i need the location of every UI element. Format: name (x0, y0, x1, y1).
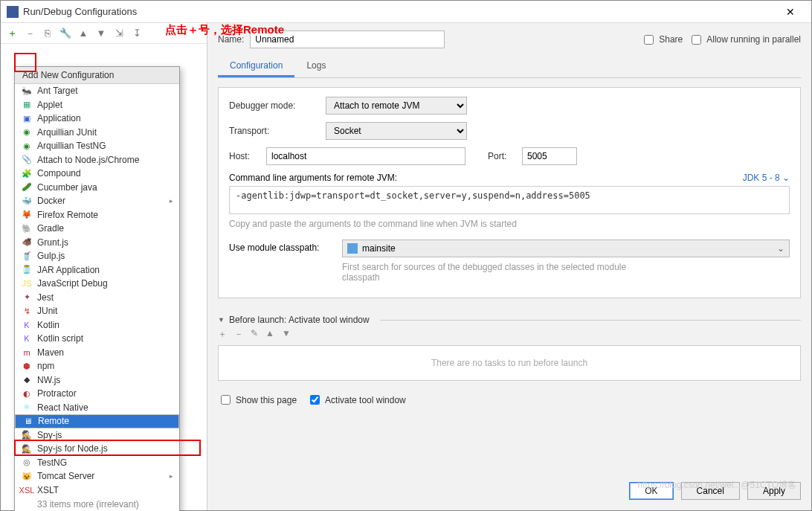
add-configuration-dropdown: Add New Configuration 🐜Ant Target▦Applet… (14, 66, 180, 511)
config-label: Gulp.js (37, 251, 65, 261)
config-type-kotlin-script[interactable]: KKotlin script (15, 332, 179, 346)
config-icon: 🐗 (21, 237, 33, 248)
up-icon[interactable]: ▲ (78, 28, 88, 39)
config-label: Application (37, 113, 81, 123)
tab-logs[interactable]: Logs (294, 56, 338, 77)
config-type-junit[interactable]: ↯JUnit (15, 304, 179, 318)
config-type-cucumber-java[interactable]: 🥒Cucumber java (15, 181, 179, 195)
config-icon: 🫙 (21, 264, 33, 276)
host-input[interactable] (266, 147, 465, 165)
config-type-remote[interactable]: 🖥Remote (15, 414, 179, 428)
config-type-gradle[interactable]: 🐘Gradle (15, 222, 179, 236)
bl-add-icon[interactable]: ＋ (218, 328, 227, 341)
config-type-spy-js-for-node-js[interactable]: 🕵Spy-js for Node.js (15, 442, 179, 456)
config-label: Arquillian JUnit (37, 127, 97, 138)
config-type-testng[interactable]: ◎TestNG (15, 456, 179, 470)
cmdline-input[interactable]: -agentlib:jdwp=transport=dt_socket,serve… (229, 186, 790, 214)
down-icon[interactable]: ▼ (96, 28, 106, 39)
debugger-mode-select[interactable]: Attach to remote JVM (326, 97, 467, 115)
ok-button[interactable]: OK (629, 482, 673, 500)
config-type-attach-to-node-js-chrome[interactable]: 📎Attach to Node.js/Chrome (15, 153, 179, 167)
config-type-arquillian-testng[interactable]: ◉Arquillian TestNG (15, 139, 179, 153)
jdk-link[interactable]: JDK 5 - 8 ⌄ (743, 173, 790, 183)
remove-icon[interactable]: － (25, 28, 35, 39)
config-icon: 📎 (21, 154, 33, 166)
folder-icon[interactable]: ⇲ (114, 28, 124, 39)
config-type-spy-js[interactable]: 🕵Spy-js (15, 428, 179, 443)
window-title: Run/Debug Configurations (23, 6, 776, 17)
config-type-protractor[interactable]: ◐Protractor (15, 387, 179, 401)
config-type-docker[interactable]: 🐳Docker▸ (15, 194, 179, 208)
edit-icon[interactable]: 🔧 (60, 28, 71, 39)
share-checkbox[interactable]: Share (641, 33, 683, 47)
config-type-application[interactable]: ▣Application (15, 112, 179, 126)
config-type-applet[interactable]: ▦Applet (15, 98, 179, 112)
bl-remove-icon[interactable]: － (234, 328, 243, 341)
config-label: TestNG (37, 457, 67, 468)
port-input[interactable] (522, 147, 577, 165)
config-type-tomcat-server[interactable]: 😺Tomcat Server▸ (15, 469, 179, 483)
module-label: Use module classpath: (229, 240, 333, 253)
collapse-icon[interactable]: ▼ (218, 316, 225, 324)
before-launch-empty: There are no tasks to run before launch (218, 345, 801, 381)
config-type-nw-js[interactable]: ◆NW.js (15, 373, 179, 388)
config-type-gulp-js[interactable]: 🥤Gulp.js (15, 249, 179, 263)
config-label: Kotlin (37, 320, 59, 330)
config-type-npm[interactable]: ⬢npm (15, 359, 179, 373)
tab-configuration[interactable]: Configuration (218, 56, 294, 77)
config-icon: ◐ (21, 388, 33, 399)
config-icon: ◎ (21, 457, 33, 469)
config-label: Ant Target (37, 86, 77, 96)
bl-up-icon[interactable]: ▲ (265, 328, 274, 341)
config-type-firefox-remote[interactable]: 🦊Firefox Remote (15, 208, 179, 222)
config-type-grunt-js[interactable]: 🐗Grunt.js (15, 236, 179, 250)
config-type-arquillian-junit[interactable]: ◉Arquillian JUnit (15, 126, 179, 140)
config-label: Firefox Remote (37, 210, 98, 220)
config-icon: 🐳 (21, 195, 33, 207)
config-icon: ⬢ (21, 360, 33, 372)
sort-icon[interactable]: ↧ (132, 28, 142, 39)
module-hint: First search for sources of the debugged… (342, 262, 662, 283)
parallel-checkbox[interactable]: Allow running in parallel (689, 33, 801, 47)
config-label: Docker (37, 196, 65, 206)
config-type-kotlin[interactable]: KKotlin (15, 318, 179, 332)
cancel-button[interactable]: Cancel (681, 482, 740, 500)
config-icon: ↯ (21, 305, 33, 317)
config-icon: 🥤 (21, 250, 33, 262)
config-type-react-native[interactable]: ⚛React Native (15, 401, 179, 415)
apply-button[interactable]: Apply (747, 482, 801, 500)
port-label: Port: (488, 151, 515, 161)
config-type-xslt[interactable]: XSLXSLT (15, 483, 179, 498)
config-icon: m (21, 347, 33, 359)
config-icon: 🕵 (21, 443, 33, 454)
config-icon: K (21, 319, 33, 331)
bl-down-icon[interactable]: ▼ (282, 328, 291, 341)
config-label: Arquillian TestNG (37, 141, 106, 151)
config-label: Maven (37, 347, 64, 358)
copy-icon[interactable]: ⎘ (42, 28, 53, 39)
config-label: XSLT (37, 485, 59, 495)
bl-edit-icon[interactable]: ✎ (251, 328, 258, 341)
config-type-jest[interactable]: ✦Jest (15, 291, 179, 305)
chevron-right-icon: ▸ (170, 197, 173, 205)
config-type-javascript-debug[interactable]: JSJavaScript Debug (15, 277, 179, 291)
debugger-mode-label: Debugger mode: (229, 100, 318, 111)
config-type-maven[interactable]: mMaven (15, 346, 179, 360)
dropdown-more[interactable]: 33 items more (irrelevant) (15, 497, 179, 511)
host-label: Host: (229, 151, 259, 161)
config-label: Remote (38, 416, 69, 426)
activate-window-checkbox[interactable]: Activate tool window (307, 393, 406, 407)
config-label: JUnit (37, 306, 57, 316)
add-icon[interactable]: ＋ (7, 28, 17, 39)
close-icon[interactable]: ✕ (776, 6, 805, 18)
module-select[interactable]: mainsite ⌄ (342, 240, 790, 257)
config-type-ant-target[interactable]: 🐜Ant Target (15, 84, 179, 98)
config-type-jar-application[interactable]: 🫙JAR Application (15, 263, 179, 277)
config-label: Attach to Node.js/Chrome (37, 155, 139, 165)
config-type-compound[interactable]: 🧩Compound (15, 167, 179, 181)
config-icon: K (21, 332, 33, 344)
config-icon: 🧩 (21, 167, 33, 179)
transport-select[interactable]: Socket (326, 122, 467, 140)
show-page-checkbox[interactable]: Show this page (218, 393, 297, 407)
cmdline-label: Command line arguments for remote JVM: (229, 173, 397, 183)
